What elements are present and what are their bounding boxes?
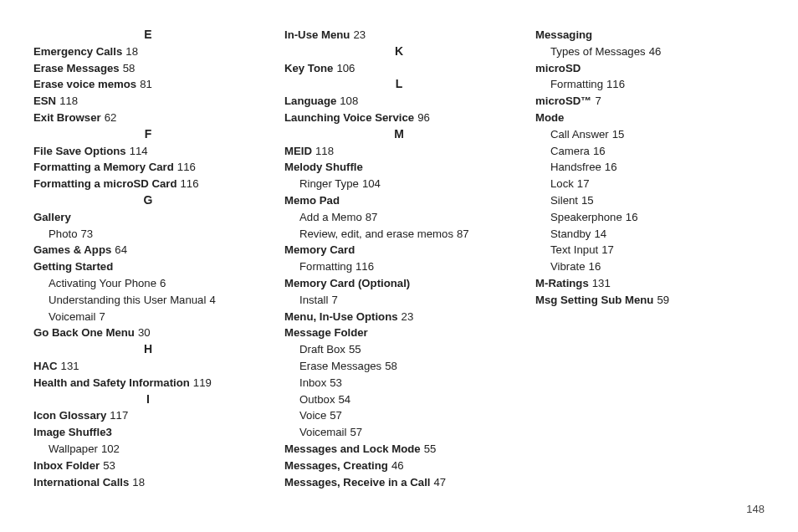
index-subentry: Draft Box55 [284,341,514,358]
index-entry-line: Language108 [284,93,514,110]
index-subentry-page: 104 [362,177,381,190]
index-subentry-page: 17 [601,243,614,256]
index-page-ref: 47 [433,476,446,489]
index-term: Inbox Folder [33,459,100,472]
index-subentry-text: Voicemail [49,310,95,323]
index-entry: International Calls18 [33,474,263,491]
index-subentry-page: 7 [331,294,337,306]
index-subentry-text: Photo [49,228,77,240]
index-subentry-page: 53 [330,376,342,389]
index-entry-line: Message Folder [284,325,514,341]
index-entry-line: Inbox Folder53 [33,458,263,474]
index-entry-line: microSD [535,60,765,77]
index-term: Memo Pad [284,194,340,207]
index-term: Melody Shuffle [284,161,363,173]
index-entry-line: Exit Browser62 [33,110,263,126]
index-subentry: Handsfree16 [535,159,765,176]
index-subentry-page: 54 [339,393,351,406]
index-subentry: Erase Messages58 [284,358,514,375]
index-subentry: Understanding this User Manual4 [33,292,263,309]
index-entry-line: International Calls18 [33,474,263,491]
index-entry: MessagingTypes of Messages46 [535,27,765,60]
index-subentry-page: 15 [612,128,625,141]
index-subentry-text: Draft Box [299,343,345,356]
index-page: EEmergency Calls18Erase Messages58Erase … [0,0,798,532]
index-page-ref: 64 [115,243,127,256]
index-entry: M-Ratings131 [535,275,765,292]
index-entry: Go Back One Menu30 [33,325,263,341]
index-subentry-text: Understanding this User Manual [49,294,206,306]
index-term: Memory Card [284,243,355,256]
index-page-ref: 30 [138,326,151,339]
index-entry-line: HAC131 [33,358,263,375]
index-entry-line: Melody Shuffle [284,159,514,176]
index-subentry-page: 6 [160,277,166,289]
index-entry: Message FolderDraft Box55Erase Messages5… [284,325,514,441]
index-subentry-text: Erase Messages [299,360,381,372]
index-term: Launching Voice Service [284,111,414,124]
index-page-ref: 108 [340,95,358,107]
index-subentry-text: Text Input [550,243,598,256]
index-entry-line: ESN118 [33,93,263,110]
index-entry-line: Menu, In-Use Options23 [284,309,514,325]
index-subentry-text: Formatting [299,260,352,273]
index-entry: Icon Glossary117 [33,407,263,424]
index-entry: Games & Apps64 [33,242,263,258]
index-page-ref: 106 [336,62,355,74]
index-subentry-page: 16 [593,145,606,157]
index-term: Formatting a Memory Card [33,161,174,173]
index-entry: ESN118 [33,93,263,110]
index-subentry-page: 116 [606,78,625,90]
index-entry: Messages, Receive in a Call47 [284,474,514,491]
index-entry-line: Getting Started [33,258,263,275]
index-subentry: Ringer Type104 [284,176,514,192]
index-subentry-text: Voice [299,409,326,422]
index-term: microSD™ [535,95,591,107]
index-page-ref: 81 [140,78,152,90]
index-entry-line: Messages, Receive in a Call47 [284,474,514,491]
index-entry: ModeCall Answer15Camera16Handsfree16Lock… [535,110,765,275]
index-subentry-page: 58 [385,360,397,372]
index-term: Messages and Lock Mode [284,442,421,455]
index-page-ref: 117 [110,409,128,422]
index-page-ref: 23 [402,310,414,323]
index-letter: M [284,126,514,143]
index-entry: Emergency Calls18 [33,43,263,60]
index-entry: Messages, Creating46 [284,458,514,474]
index-entry-line: Messages, Creating46 [284,458,514,474]
index-entry: Launching Voice Service96 [284,110,514,126]
index-subentry-page: 15 [581,194,594,207]
index-subentry-page: 102 [101,442,120,455]
index-entry-line: MEID118 [284,143,514,160]
index-entry: In-Use Menu23 [284,27,514,43]
index-term: Key Tone [284,62,333,74]
index-entry-line: Messages and Lock Mode55 [284,441,514,458]
index-term: In-Use Menu [284,28,350,41]
index-subentry-text: Wallpaper [49,442,98,455]
index-subentry: Install7 [284,292,514,309]
index-subentry-text: Activating Your Phone [49,277,156,289]
index-entry: Memo PadAdd a Memo87Review, edit, and er… [284,192,514,242]
index-subentry: Formatting116 [284,258,514,275]
index-term: Formatting a microSD Card [33,177,176,190]
index-page-ref: 7 [595,95,601,107]
index-page-ref: 114 [130,145,148,157]
index-entry-line: In-Use Menu23 [284,27,514,43]
index-term: Health and Safety Information [33,376,190,389]
index-entry-line: Erase Messages58 [33,60,263,77]
index-term: ESN [33,95,56,107]
index-subentry-text: Outbox [299,393,335,406]
index-subentry: Camera16 [535,143,765,160]
index-subentry: Add a Memo87 [284,209,514,226]
index-entry: Erase Messages58 [33,60,263,77]
index-subentry: Speakerphone16 [535,209,765,226]
index-subentry-text: Types of Messages [550,45,646,58]
index-page-ref: 116 [177,161,196,173]
index-entry-line: Games & Apps64 [33,242,263,258]
index-subentry: Types of Messages46 [535,43,765,60]
index-entry-line: Image Shuffle3 [33,424,263,441]
index-letter: H [33,341,263,358]
index-subentry: Outbox54 [284,391,514,408]
index-term: Image Shuffle3 [33,426,112,438]
index-entry: Language108 [284,93,514,110]
